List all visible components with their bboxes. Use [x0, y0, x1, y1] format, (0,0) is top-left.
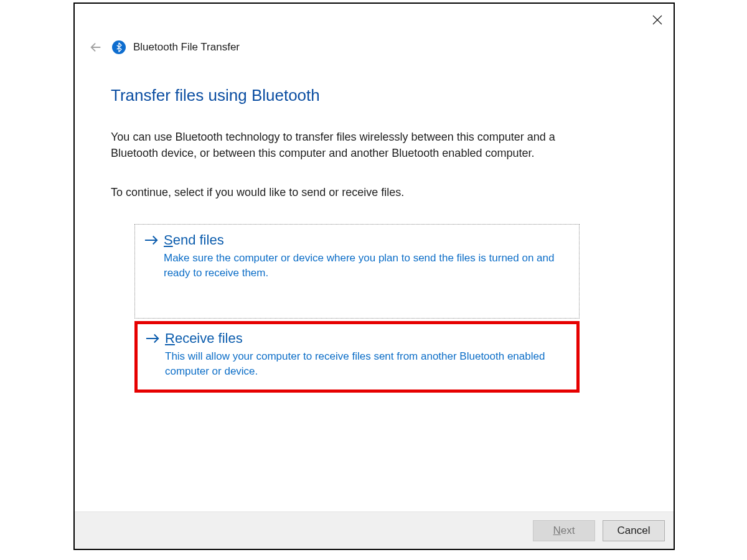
description-text: You can use Bluetooth technology to tran… [111, 129, 565, 161]
page-headline: Transfer files using Bluetooth [111, 86, 637, 105]
arrow-right-icon [145, 330, 160, 348]
content-area: Transfer files using Bluetooth You can u… [75, 55, 674, 511]
footer-bar: Next Cancel [75, 511, 674, 549]
next-button[interactable]: Next [533, 520, 595, 541]
arrow-right-icon [144, 232, 159, 250]
receive-files-subtitle: This will allow your computer to receive… [165, 349, 569, 379]
back-button[interactable] [88, 40, 103, 55]
cancel-button[interactable]: Cancel [603, 520, 665, 541]
close-icon [652, 15, 662, 25]
receive-files-text: Receive files This will allow your compu… [165, 330, 569, 379]
header: Bluetooth File Transfer [75, 4, 674, 55]
send-files-text: Send files Make sure the computer or dev… [164, 232, 570, 281]
window-title: Bluetooth File Transfer [133, 41, 240, 54]
close-button[interactable] [650, 12, 665, 27]
send-files-subtitle: Make sure the computer or device where y… [164, 251, 570, 281]
options-list: Send files Make sure the computer or dev… [134, 224, 580, 393]
bluetooth-icon [112, 40, 126, 54]
instruction-text: To continue, select if you would like to… [111, 186, 637, 199]
send-files-title: Send files [164, 232, 570, 248]
back-arrow-icon [89, 40, 103, 54]
send-files-option[interactable]: Send files Make sure the computer or dev… [134, 224, 580, 319]
receive-files-title: Receive files [165, 330, 569, 347]
receive-files-option[interactable]: Receive files This will allow your compu… [134, 321, 580, 393]
bluetooth-file-transfer-dialog: Bluetooth File Transfer Transfer files u… [73, 2, 675, 550]
